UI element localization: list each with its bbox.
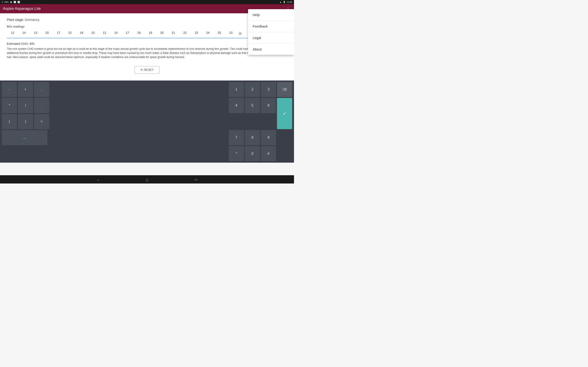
brix-val-9: 12 — [99, 30, 110, 37]
key-8[interactable]: 8 — [245, 130, 260, 145]
brix-val-13: 19 — [145, 30, 156, 37]
recent-button[interactable]: ▭ — [194, 177, 197, 181]
status-data: KB/s — [4, 1, 9, 3]
keyboard-left-col: - + , * / . ( ) = ⎵ — [2, 82, 49, 161]
sym-row-1: - + , — [2, 82, 49, 97]
brix-readings-label: Brix readings: — [7, 25, 287, 28]
key-backspace[interactable]: ⌫ — [277, 82, 292, 97]
key-minus[interactable]: - — [2, 82, 17, 97]
brix-val-16: 22 — [179, 30, 191, 37]
keyboard-inner: - + , * / . ( ) = ⎵ — [2, 82, 292, 161]
key-asterisk[interactable]: * — [2, 98, 17, 113]
key-4[interactable]: 4 — [229, 98, 244, 113]
brix-val-8: 15 — [87, 30, 99, 37]
clock: 21:06 — [287, 1, 292, 3]
sym-row-3: ( ) = — [2, 114, 49, 129]
brix-val-19: 25 — [214, 30, 225, 37]
status-icon3: ⬜ — [17, 1, 20, 3]
key-9[interactable]: 9 — [261, 130, 276, 145]
brix-val-2: 14 — [18, 30, 30, 37]
brix-val-15: 21 — [168, 30, 179, 37]
keyboard-section: - + , * / . ( ) = ⎵ — [0, 81, 294, 163]
brix-val-20: 23 — [225, 30, 237, 37]
brix-val-10: 14 — [110, 30, 122, 37]
key-equals[interactable]: = — [34, 114, 49, 129]
key-slash[interactable]: / — [18, 98, 33, 113]
key-1[interactable]: 1 — [229, 82, 244, 97]
num-row-3: 7 8 9 — [229, 130, 292, 145]
key-open-paren[interactable]: ( — [2, 114, 17, 129]
sym-row-2: * / . — [2, 98, 49, 113]
key-hash[interactable]: # — [261, 146, 276, 161]
key-space[interactable]: ⎵ — [2, 130, 47, 145]
num-row-1: 1 2 3 ⌫ — [229, 82, 292, 97]
menu-item-help[interactable]: Help — [248, 9, 294, 21]
key-enter[interactable]: ✓ — [277, 98, 292, 129]
brix-val-11: 17 — [122, 30, 133, 37]
key-period[interactable]: . — [34, 98, 49, 113]
status-icon1: ▣ — [10, 1, 12, 3]
brix-add-button[interactable]: ⊕ — [237, 30, 243, 37]
home-button[interactable]: △ — [146, 177, 148, 182]
brix-val-17: 23 — [191, 30, 202, 37]
num-row-4: * 0 # — [229, 146, 292, 161]
brix-val-14: 20 — [156, 30, 168, 37]
key-comma[interactable]: , — [34, 82, 49, 97]
key-5[interactable]: 5 — [245, 98, 260, 113]
menu-item-about[interactable]: About — [248, 44, 294, 55]
battery-icon: 🔋 — [283, 1, 285, 3]
brix-val-6: 22 — [64, 30, 76, 37]
plant-stage-label: Plant stage: — [7, 18, 25, 22]
dropdown-menu: Help Feedback Legal About — [248, 9, 294, 55]
key-0[interactable]: 0 — [245, 146, 260, 161]
brix-val-7: 19 — [76, 30, 87, 37]
reset-button[interactable]: ✕ RESET — [135, 66, 159, 74]
num-row-2: 4 5 6 ✓ — [229, 98, 292, 129]
menu-item-legal[interactable]: Legal — [248, 32, 294, 44]
status-right: ▲ 🔋 21:06 — [280, 1, 292, 3]
key-2[interactable]: 2 — [245, 82, 260, 97]
estimated-cho: Estimated CHO: 400 — [7, 42, 287, 45]
key-plus[interactable]: + — [18, 82, 33, 97]
brix-val-3: 13 — [30, 30, 41, 37]
brix-val-18: 24 — [202, 30, 214, 37]
key-3[interactable]: 3 — [261, 82, 276, 97]
brix-val-4: 20 — [41, 30, 53, 37]
brix-readings-list: 12 14 13 20 17 22 19 15 12 14 17 18 19 2… — [7, 30, 287, 38]
wifi-icon: ▲ — [280, 1, 282, 3]
brix-val-5: 17 — [53, 30, 64, 37]
brix-val-1: 12 — [7, 30, 18, 37]
menu-item-feedback[interactable]: Feedback — [248, 21, 294, 32]
status-left: 0 KB/s ▣ ⬜ ⬜ — [2, 1, 20, 3]
status-bar: 0 KB/s ▣ ⬜ ⬜ ▲ 🔋 21:06 — [0, 0, 294, 4]
brix-val-12: 18 — [133, 30, 145, 37]
key-star[interactable]: * — [229, 146, 244, 161]
status-notifications: 0 — [2, 1, 3, 3]
back-button[interactable]: ⌄ — [97, 177, 100, 182]
sym-row-4: ⎵ — [2, 130, 49, 145]
plant-stage-row: Plant stage: Dormancy — [7, 18, 287, 22]
nav-bar: ⌄ △ ▭ — [0, 175, 294, 184]
key-7[interactable]: 7 — [229, 130, 244, 145]
keyboard-right-col: 1 2 3 ⌫ 4 5 6 ✓ 7 8 9 * 0 — [229, 82, 292, 161]
app-title: Aspire Asparagus Lite — [3, 6, 41, 11]
plant-stage-value: Dormancy — [25, 18, 40, 22]
key-6[interactable]: 6 — [261, 98, 276, 113]
status-icon2: ⬜ — [14, 1, 16, 3]
cho-description: The root system CHO content is good but … — [7, 47, 273, 59]
key-close-paren[interactable]: ) — [18, 114, 33, 129]
